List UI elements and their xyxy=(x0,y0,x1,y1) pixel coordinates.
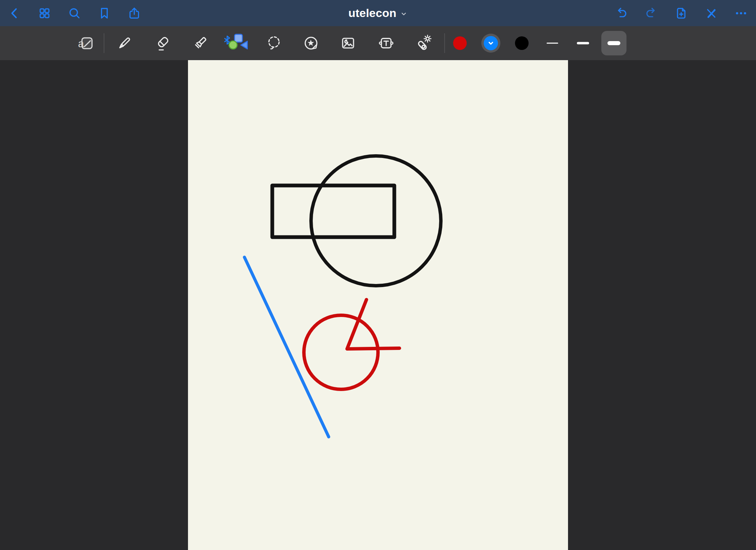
shapes-tool[interactable] xyxy=(223,33,249,54)
navbar-right-group xyxy=(615,0,748,26)
image-tool[interactable] xyxy=(340,35,357,52)
document-title-menu[interactable]: utelecon xyxy=(348,0,408,26)
highlighter-tool[interactable] xyxy=(192,35,209,52)
tools-toolbar: a xyxy=(0,26,756,60)
stroke-thickness-thick-selected[interactable] xyxy=(601,31,626,55)
canvas-area xyxy=(0,60,756,550)
add-page-icon[interactable] xyxy=(674,6,688,20)
text-tool[interactable] xyxy=(378,35,395,52)
drawn-shape-rect xyxy=(272,185,394,237)
toolbar-divider xyxy=(444,33,445,53)
bluetooth-icon xyxy=(225,36,229,44)
drawn-shape-line xyxy=(244,257,329,437)
thumbnails-grid-icon[interactable] xyxy=(38,6,51,20)
search-icon[interactable] xyxy=(68,6,81,20)
redo-icon[interactable] xyxy=(645,6,658,20)
bookmark-icon[interactable] xyxy=(98,6,111,20)
navigation-bar: utelecon xyxy=(0,0,756,26)
drawing-layer xyxy=(188,60,568,550)
undo-icon[interactable] xyxy=(615,6,628,20)
chevron-down-icon xyxy=(486,38,496,48)
zoom-window-tool[interactable]: a xyxy=(77,34,94,52)
chevron-down-icon xyxy=(400,9,408,18)
navbar-left-group xyxy=(8,0,141,26)
stroke-thickness-thin[interactable] xyxy=(547,43,558,44)
laser-pointer-tool[interactable] xyxy=(414,34,432,52)
color-swatch-blue-selected[interactable] xyxy=(484,36,498,50)
notebook-page[interactable] xyxy=(188,60,568,550)
share-icon[interactable] xyxy=(127,6,141,20)
drawn-shape-circle xyxy=(311,156,441,286)
eraser-tool[interactable] xyxy=(154,35,171,52)
stroke-thickness-medium[interactable] xyxy=(577,42,589,45)
more-ellipsis-icon[interactable] xyxy=(734,6,748,20)
color-swatch-black[interactable] xyxy=(515,36,529,50)
lasso-tool[interactable] xyxy=(265,35,282,52)
toolbar-divider xyxy=(104,33,104,53)
pen-tool[interactable] xyxy=(116,35,133,52)
stickers-tool[interactable] xyxy=(303,35,320,52)
color-swatch-red[interactable] xyxy=(453,36,467,50)
drawn-shape-circle xyxy=(304,315,378,389)
page-title: utelecon xyxy=(348,6,396,20)
drawn-shape-polyline xyxy=(347,300,399,349)
svg-text:a: a xyxy=(78,38,84,50)
back-chevron-icon[interactable] xyxy=(8,6,21,20)
pen-crossed-icon[interactable] xyxy=(704,6,718,20)
